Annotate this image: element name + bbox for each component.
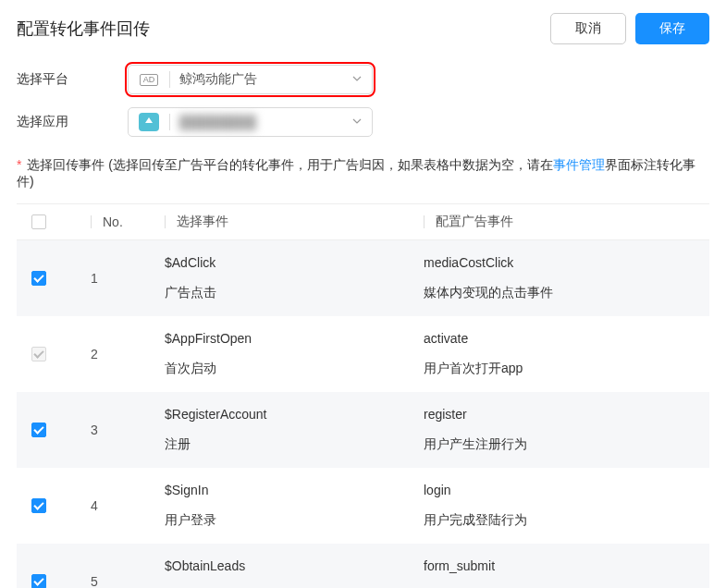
row-event: $AdClick广告点击 [165, 255, 424, 301]
cancel-button[interactable]: 取消 [550, 13, 626, 44]
row-checkbox [31, 347, 46, 361]
page-title: 配置转化事件回传 [17, 18, 150, 40]
col-header-ad-event: 配置广告事件 [436, 214, 513, 230]
event-id: $SignIn [165, 483, 424, 497]
event-id: $RegisterAccount [165, 407, 424, 422]
row-event: $RegisterAccount注册 [165, 407, 424, 453]
platform-select[interactable]: AD 鲸鸿动能广告 [128, 65, 373, 94]
row-event: $AppFirstOpen首次启动 [165, 331, 424, 377]
event-name: 广告点击 [165, 285, 424, 301]
row-checkbox[interactable] [31, 271, 46, 286]
chevron-down-icon [351, 72, 363, 87]
divider [169, 71, 170, 88]
row-checkbox[interactable] [31, 574, 46, 588]
table-row: 2$AppFirstOpen首次启动activate用户首次打开app [17, 316, 709, 392]
ad-event-id: login [424, 483, 709, 497]
table-row: 5$ObtainLeads获取线索form_submit用于追踪表单提交行为 [17, 544, 709, 588]
row-event: $ObtainLeads获取线索 [165, 558, 424, 588]
hint-text-before: (选择回传至广告平台的转化事件，用于广告归因，如果表格中数据为空，请在 [108, 157, 553, 172]
event-management-link[interactable]: 事件管理 [553, 157, 605, 172]
table-row: 4$SignIn用户登录login用户完成登陆行为 [17, 468, 709, 544]
table-row: 3$RegisterAccount注册register用户产生注册行为 [17, 392, 709, 468]
event-name: 首次启动 [165, 361, 424, 377]
app-select-value: ████████ [179, 115, 342, 129]
divider [169, 114, 170, 130]
app-label: 选择应用 [17, 114, 128, 130]
table-header: No. 选择事件 配置广告事件 [17, 203, 709, 240]
row-checkbox[interactable] [31, 498, 46, 513]
ad-event-id: mediaCostClick [424, 255, 709, 270]
ad-event-id: register [424, 407, 709, 422]
save-button[interactable]: 保存 [635, 13, 709, 44]
ad-event-id: activate [424, 331, 709, 346]
row-ad-event: mediaCostClick媒体内变现的点击事件 [424, 255, 709, 301]
select-all-checkbox[interactable] [31, 214, 46, 229]
row-ad-event: activate用户首次打开app [424, 331, 709, 377]
row-ad-event: login用户完成登陆行为 [424, 483, 709, 529]
event-name: 注册 [165, 436, 424, 453]
ad-event-name: 用户产生注册行为 [424, 436, 709, 453]
ad-event-name: 媒体内变现的点击事件 [424, 285, 709, 301]
required-asterisk: * [17, 157, 21, 172]
event-id: $AppFirstOpen [165, 331, 424, 346]
hint-label: 选择回传事件 [27, 157, 105, 172]
row-no: 5 [91, 574, 165, 588]
header-actions: 取消 保存 [550, 13, 709, 44]
row-event: $SignIn用户登录 [165, 483, 424, 529]
platform-label: 选择平台 [17, 71, 128, 88]
event-name: 用户登录 [165, 512, 424, 529]
col-header-no: No. [103, 214, 123, 229]
hint-row: * 选择回传事件 (选择回传至广告平台的转化事件，用于广告归因，如果表格中数据为… [0, 153, 726, 203]
event-id: $ObtainLeads [165, 558, 424, 573]
ad-event-name: 用户首次打开app [424, 361, 709, 377]
row-ad-event: register用户产生注册行为 [424, 407, 709, 453]
row-ad-event: form_submit用于追踪表单提交行为 [424, 558, 709, 588]
app-icon [138, 114, 160, 130]
app-select[interactable]: ████████ [128, 107, 373, 137]
ad-icon: AD [138, 71, 160, 88]
row-no: 3 [91, 423, 165, 437]
table-row: 1$AdClick广告点击mediaCostClick媒体内变现的点击事件 [17, 240, 709, 316]
row-no: 4 [91, 498, 165, 513]
event-id: $AdClick [165, 255, 424, 270]
ad-event-name: 用户完成登陆行为 [424, 512, 709, 529]
row-checkbox[interactable] [31, 423, 46, 437]
platform-select-value: 鲸鸿动能广告 [179, 71, 342, 88]
chevron-down-icon [351, 115, 363, 129]
row-no: 1 [91, 271, 165, 286]
ad-event-id: form_submit [424, 558, 709, 573]
row-no: 2 [91, 347, 165, 361]
col-header-event: 选择事件 [177, 214, 228, 230]
